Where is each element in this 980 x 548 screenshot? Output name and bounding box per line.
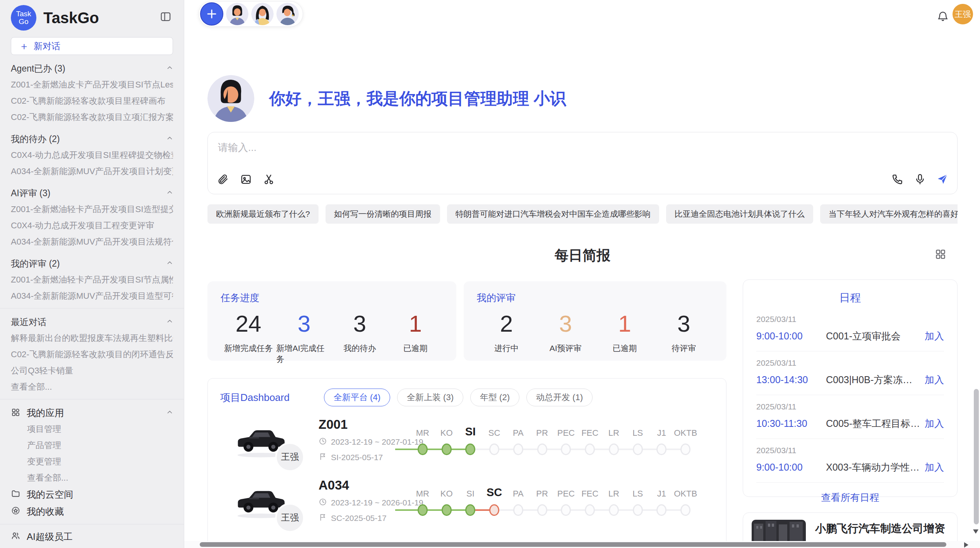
event-name: X003-车辆动力学性能验... <box>826 461 921 474</box>
event-time: 10:30-11:30 <box>756 418 822 429</box>
schedule-events: 2025/03/119:00-10:00C001-立项审批会加入2025/03/… <box>756 308 944 483</box>
project-car-image: 王强 <box>233 420 289 460</box>
assistant-avatar-3[interactable] <box>276 3 299 25</box>
user-avatar[interactable]: 王强 <box>953 4 973 24</box>
project-code: A034 <box>319 478 411 493</box>
paperclip-icon[interactable] <box>217 173 229 187</box>
main-area: 王强 你好，王强，我是你的项目管理助理 小识 请输入... <box>184 0 980 548</box>
notifications-bell-icon[interactable] <box>937 10 949 22</box>
suggestion-chip[interactable]: 欧洲新规最近颁布了什么? <box>207 204 319 224</box>
sidebar-collapse-icon[interactable] <box>160 11 172 23</box>
app-item[interactable]: 产品管理 <box>11 437 173 454</box>
sidebar-task-item[interactable]: Z001-全新燃油轻卡产品开发项目SI造型提交物评审 <box>11 201 173 217</box>
briefing-layout-grid-icon[interactable] <box>935 248 946 260</box>
assistant-avatar-2[interactable] <box>251 3 274 25</box>
sidebar-section-recent[interactable]: 最近对话 <box>11 314 173 330</box>
vertical-scrollbar-thumb[interactable] <box>974 389 979 524</box>
milestone-label: LR <box>608 425 619 438</box>
divider <box>0 308 184 308</box>
sidebar-item-star[interactable]: 我的收藏 <box>11 503 173 520</box>
greeting-section: 你好，王强，我是你的项目管理助理 小识 <box>207 75 566 122</box>
suggestion-chip[interactable]: 如何写一份清晰的项目周报 <box>326 204 440 224</box>
milestone-label: SI <box>466 486 475 499</box>
event-name: C001-立项审批会 <box>826 330 921 342</box>
add-assistant-button[interactable] <box>200 2 223 26</box>
sidebar-task-item[interactable]: A034-全新新能源MUV产品开发项目计划变更表编写 <box>11 163 173 180</box>
suggestion-chip[interactable]: 特朗普可能对进口汽车增税会对中国车企造成哪些影响 <box>447 204 659 224</box>
project-flag-milestone: SC-2025-05-17 <box>319 513 411 524</box>
sidebar-task-item[interactable]: A034-全新新能源MUV产品开发项目法规符合性评审 <box>11 234 173 250</box>
assistant-avatar-1[interactable] <box>226 3 248 25</box>
project-row[interactable]: 王强Z0012023-12-19 ~ 2027-01-19SI-2025-05-… <box>208 409 726 470</box>
stat-value: 3 <box>559 311 572 337</box>
milestone-PEC: PEC <box>554 486 578 516</box>
app-item[interactable]: 项目管理 <box>11 421 173 437</box>
sidebar-task-item[interactable]: Z001-全新燃油皮卡产品开发项目SI节点Lesson Learn报告 <box>11 77 173 93</box>
scroll-right-arrow[interactable] <box>964 542 968 548</box>
sidebar-my-apps[interactable]: 我的应用 <box>11 405 173 421</box>
project-row[interactable]: 王强A0342023-12-19 ~ 2026-01-19SC-2025-05-… <box>208 470 726 531</box>
phone-icon[interactable] <box>891 173 904 187</box>
stat-card: 任务进度24新增完成任务3新增AI完成任务3我的待办1已逾期 <box>207 281 456 361</box>
recent-chat-item[interactable]: C02-飞腾新能源轻客改款项目的闭环通告反馈情况 <box>11 346 173 363</box>
join-meeting-link[interactable]: 加入 <box>925 330 944 342</box>
new-chat-label: 新对话 <box>34 40 60 52</box>
sidebar-task-item[interactable]: C02-飞腾新能源轻客改款项目立项汇报方案 <box>11 109 173 125</box>
mic-icon[interactable] <box>914 173 926 187</box>
image-icon[interactable] <box>240 173 252 187</box>
milestone-dot <box>585 504 595 516</box>
my-apps-left: 我的应用 <box>11 407 64 419</box>
sidebar-section-0[interactable]: Agent已办 (3) <box>11 60 173 77</box>
chat-input[interactable]: 请输入... <box>218 141 257 154</box>
owner-name: 王强 <box>281 512 299 524</box>
milestone-dot <box>418 504 428 516</box>
milestone-LS: LS <box>626 486 650 516</box>
sidebar-task-item[interactable]: Z001-全新燃油轻卡产品开发项目SI节点属性5D文件评审 <box>11 272 173 288</box>
app-item[interactable]: 变更管理 <box>11 454 173 470</box>
sidebar-task-item[interactable]: C0X4-动力总成开发项目SI里程碑提交物检查 <box>11 147 173 163</box>
clock-icon <box>319 437 327 447</box>
sidebar-tool-people[interactable]: AI超级员工 <box>11 528 173 545</box>
join-meeting-link[interactable]: 加入 <box>925 461 944 474</box>
sidebar-task-item[interactable]: C0X4-动力总成开发项目工程变更评审 <box>11 217 173 234</box>
dashboard-filter-chip[interactable]: 全新上装 (3) <box>397 389 463 406</box>
sidebar-task-item[interactable]: C02-飞腾新能源轻客改款项目里程碑画布 <box>11 93 173 109</box>
suggestion-chip[interactable]: 比亚迪全固态电池计划具体说了什么 <box>666 204 813 224</box>
logo-line2: Go <box>19 18 28 26</box>
sidebar-section-3[interactable]: 我的评审 (2) <box>11 255 173 272</box>
sidebar-section-3-label: 我的评审 (2) <box>11 258 60 270</box>
dashboard-filter-chip[interactable]: 全新平台 (4) <box>324 389 390 406</box>
assistant-greeting-avatar <box>207 75 254 122</box>
recent-chat-item[interactable]: 公司Q3轻卡销量 <box>11 363 173 379</box>
sidebar-section-2[interactable]: AI评审 (3) <box>11 185 173 201</box>
view-all-schedule-link[interactable]: 查看所有日程 <box>756 483 944 512</box>
suggestion-chip[interactable]: 当下年轻人对汽车外观有怎样的喜好趋势 <box>820 204 958 224</box>
stat-card-title: 我的评审 <box>477 291 713 304</box>
sidebar-tool-write[interactable]: 帮我写作 <box>11 545 173 548</box>
stat-value: 3 <box>298 311 310 337</box>
project-owner-chip: 王强 <box>275 442 305 472</box>
sidebar-item-folder[interactable]: 我的云空间 <box>11 486 173 503</box>
stat-column: 3我的待办 <box>332 311 388 365</box>
scissors-icon[interactable] <box>263 173 275 187</box>
horizontal-scrollbar-thumb[interactable] <box>200 542 946 547</box>
dashboard-filter-chip[interactable]: 年型 (2) <box>470 389 519 406</box>
milestone-dot <box>561 444 571 455</box>
new-chat-button[interactable]: ＋ 新对话 <box>11 37 173 55</box>
send-icon[interactable] <box>936 173 949 187</box>
milestone-timeline: MRKOSISCPAPRPECFECLRLSJ1OKTB <box>411 486 697 516</box>
stat-value: 1 <box>618 311 631 337</box>
sidebar-task-item[interactable]: A034-全新新能源MUV产品开发项目造型可行性评审 <box>11 288 173 304</box>
join-meeting-link[interactable]: 加入 <box>925 373 944 386</box>
recent-chat-item[interactable]: 解释最新出台的欧盟报废车法规再生塑料比例被调至15%... <box>11 330 173 346</box>
recent-chat-item[interactable]: 查看全部... <box>11 379 173 395</box>
dashboard-filter-chip[interactable]: 动总开发 (1) <box>526 389 593 406</box>
chevron-up-icon <box>166 65 173 73</box>
project-flag-label: SI-2025-05-17 <box>331 453 383 462</box>
sidebar-section-1[interactable]: 我的待办 (2) <box>11 131 173 147</box>
scroll-down-arrow[interactable] <box>973 529 978 534</box>
join-meeting-link[interactable]: 加入 <box>925 417 944 430</box>
app-logo: Task Go <box>11 5 36 31</box>
app-item[interactable]: 查看全部... <box>11 470 173 486</box>
milestone-label: MR <box>416 425 429 438</box>
